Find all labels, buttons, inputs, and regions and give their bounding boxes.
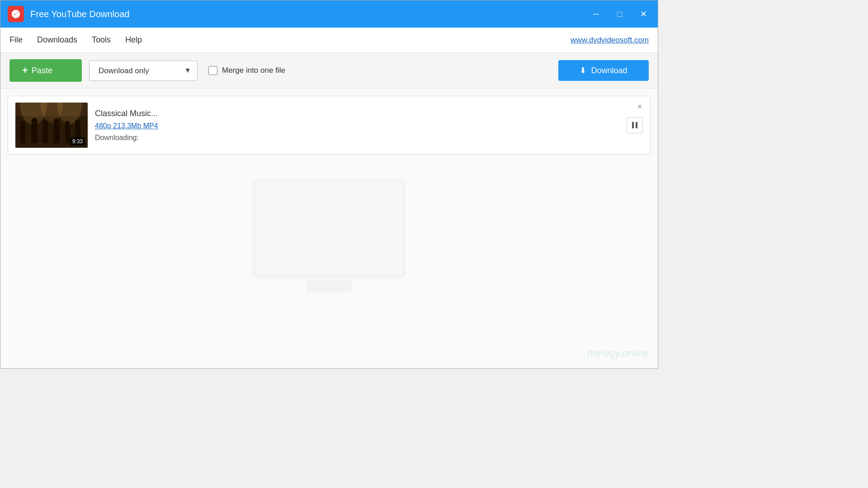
app-icon [8,6,24,22]
download-button[interactable]: ⬇ Download [558,60,649,81]
download-list-item: 9:33 Classical Music... 480p 213.3Mb MP4… [8,96,651,155]
pause-button[interactable] [627,117,643,133]
watermark-inner [252,179,406,278]
svg-point-16 [75,119,80,125]
svg-point-12 [54,119,60,125]
close-button[interactable]: ✕ [637,8,651,20]
svg-rect-7 [31,123,38,143]
svg-rect-17 [632,122,634,128]
svg-rect-11 [54,123,60,143]
maximize-button[interactable]: □ [613,8,626,20]
svg-point-8 [31,118,38,124]
merge-checkbox[interactable] [208,66,217,75]
item-info: Classical Music... 480p 213.3Mb MP4 Down… [95,109,619,142]
download-label: Download [591,66,627,75]
minimize-button[interactable]: ─ [590,8,603,20]
item-status: Downloading: [95,134,619,142]
svg-point-14 [65,121,70,126]
close-item-button[interactable]: × [633,100,646,113]
title-bar-controls: ─ □ ✕ [590,8,651,20]
download-icon: ⬇ [580,66,586,75]
menu-items: File Downloads Tools Help [9,33,142,47]
paste-label: Paste [32,66,52,75]
menu-tools[interactable]: Tools [92,33,111,47]
watermark-monitor-icon [252,179,406,278]
menu-file[interactable]: File [9,33,23,47]
plus-icon: + [22,65,28,76]
paste-button[interactable]: + Paste [9,59,82,82]
merge-container: Merge into one file [208,66,285,75]
app-title: Free YouTube Download [30,9,129,19]
site-watermark-text: my-egy.online [588,347,649,359]
svg-rect-18 [636,122,637,128]
svg-rect-5 [20,125,25,143]
download-mode-select[interactable]: Download only Download and convert Conve… [89,61,198,81]
item-meta[interactable]: 480p 213.3Mb MP4 [95,122,619,130]
app-window: Free YouTube Download ─ □ ✕ File Downloa… [0,0,658,369]
video-duration: 9:33 [70,137,85,145]
pause-icon [631,121,639,129]
toolbar: + Paste Download only Download and conve… [0,53,658,89]
svg-rect-9 [42,124,48,143]
menu-help[interactable]: Help [125,33,142,47]
video-thumbnail: 9:33 [15,103,88,148]
menu-downloads[interactable]: Downloads [37,33,77,47]
svg-rect-13 [65,125,70,143]
merge-label[interactable]: Merge into one file [222,66,285,75]
item-title: Classical Music... [95,109,619,118]
svg-point-6 [20,121,25,126]
menu-bar: File Downloads Tools Help www.dvdvideoso… [0,28,658,53]
title-bar-left: Free YouTube Download [8,6,129,22]
website-link[interactable]: www.dvdvideosoft.com [571,36,649,45]
svg-point-10 [42,120,48,125]
download-mode-dropdown-wrapper: Download only Download and convert Conve… [89,61,198,81]
content-area: 9:33 Classical Music... 480p 213.3Mb MP4… [0,89,658,368]
title-bar: Free YouTube Download ─ □ ✕ [0,0,658,28]
